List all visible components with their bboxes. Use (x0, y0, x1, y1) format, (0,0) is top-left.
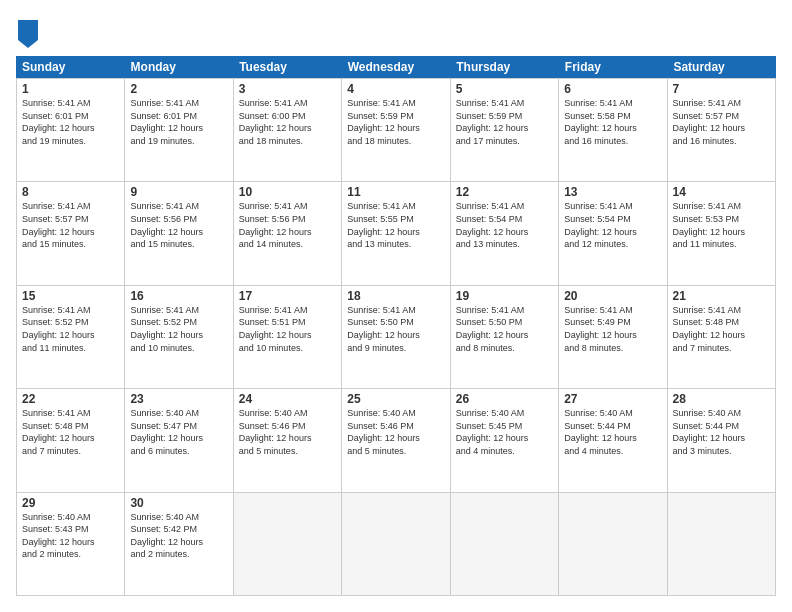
empty-cell (451, 493, 559, 595)
cell-info-line: and 12 minutes. (564, 238, 661, 251)
cell-info-line: and 10 minutes. (239, 342, 336, 355)
cell-info-line: Sunset: 5:53 PM (673, 213, 770, 226)
day-1: 1Sunrise: 5:41 AMSunset: 6:01 PMDaylight… (17, 79, 125, 181)
cell-info-line: and 19 minutes. (130, 135, 227, 148)
day-number: 14 (673, 185, 770, 199)
cell-info-line: and 11 minutes. (673, 238, 770, 251)
cell-info-line: Sunset: 5:57 PM (673, 110, 770, 123)
cell-info-line: Sunset: 5:57 PM (22, 213, 119, 226)
cell-info-line: Sunrise: 5:41 AM (130, 304, 227, 317)
cell-info-line: Sunrise: 5:41 AM (564, 97, 661, 110)
header-day-friday: Friday (559, 56, 668, 78)
day-number: 11 (347, 185, 444, 199)
cell-info-line: Sunrise: 5:41 AM (22, 97, 119, 110)
day-17: 17Sunrise: 5:41 AMSunset: 5:51 PMDayligh… (234, 286, 342, 388)
cell-info-line: Sunrise: 5:40 AM (130, 407, 227, 420)
day-22: 22Sunrise: 5:41 AMSunset: 5:48 PMDayligh… (17, 389, 125, 491)
cell-info-line: Sunrise: 5:41 AM (22, 304, 119, 317)
cell-info-line: Daylight: 12 hours (130, 226, 227, 239)
cell-info-line: Sunrise: 5:41 AM (130, 200, 227, 213)
day-10: 10Sunrise: 5:41 AMSunset: 5:56 PMDayligh… (234, 182, 342, 284)
day-16: 16Sunrise: 5:41 AMSunset: 5:52 PMDayligh… (125, 286, 233, 388)
day-number: 9 (130, 185, 227, 199)
day-number: 26 (456, 392, 553, 406)
cell-info-line: Daylight: 12 hours (673, 432, 770, 445)
cell-info-line: Sunset: 5:54 PM (456, 213, 553, 226)
cell-info-line: and 11 minutes. (22, 342, 119, 355)
calendar-header: SundayMondayTuesdayWednesdayThursdayFrid… (16, 56, 776, 78)
cell-info-line: and 18 minutes. (239, 135, 336, 148)
cell-info-line: Daylight: 12 hours (22, 432, 119, 445)
cell-info-line: Daylight: 12 hours (22, 536, 119, 549)
day-number: 7 (673, 82, 770, 96)
calendar-week-4: 22Sunrise: 5:41 AMSunset: 5:48 PMDayligh… (16, 388, 776, 491)
header-day-tuesday: Tuesday (233, 56, 342, 78)
day-number: 18 (347, 289, 444, 303)
cell-info-line: Daylight: 12 hours (22, 226, 119, 239)
cell-info-line: Daylight: 12 hours (564, 122, 661, 135)
cell-info-line: Sunrise: 5:41 AM (673, 97, 770, 110)
cell-info-line: Daylight: 12 hours (239, 122, 336, 135)
day-number: 4 (347, 82, 444, 96)
day-15: 15Sunrise: 5:41 AMSunset: 5:52 PMDayligh… (17, 286, 125, 388)
cell-info-line: and 13 minutes. (456, 238, 553, 251)
cell-info-line: Sunrise: 5:41 AM (239, 200, 336, 213)
cell-info-line: Daylight: 12 hours (22, 122, 119, 135)
day-number: 19 (456, 289, 553, 303)
day-number: 17 (239, 289, 336, 303)
day-5: 5Sunrise: 5:41 AMSunset: 5:59 PMDaylight… (451, 79, 559, 181)
cell-info-line: and 16 minutes. (673, 135, 770, 148)
cell-info-line: Sunset: 5:56 PM (239, 213, 336, 226)
cell-info-line: and 16 minutes. (564, 135, 661, 148)
cell-info-line: Sunrise: 5:41 AM (673, 200, 770, 213)
day-21: 21Sunrise: 5:41 AMSunset: 5:48 PMDayligh… (668, 286, 776, 388)
empty-cell (559, 493, 667, 595)
day-11: 11Sunrise: 5:41 AMSunset: 5:55 PMDayligh… (342, 182, 450, 284)
cell-info-line: and 8 minutes. (564, 342, 661, 355)
cell-info-line: Sunrise: 5:41 AM (564, 200, 661, 213)
cell-info-line: Sunrise: 5:41 AM (456, 200, 553, 213)
day-number: 23 (130, 392, 227, 406)
cell-info-line: Sunset: 5:45 PM (456, 420, 553, 433)
cell-info-line: Daylight: 12 hours (673, 226, 770, 239)
cell-info-line: and 7 minutes. (22, 445, 119, 458)
cell-info-line: Sunrise: 5:41 AM (564, 304, 661, 317)
cell-info-line: Sunset: 5:44 PM (564, 420, 661, 433)
cell-info-line: Daylight: 12 hours (673, 329, 770, 342)
cell-info-line: Sunrise: 5:40 AM (239, 407, 336, 420)
cell-info-line: Daylight: 12 hours (239, 226, 336, 239)
day-26: 26Sunrise: 5:40 AMSunset: 5:45 PMDayligh… (451, 389, 559, 491)
cell-info-line: and 13 minutes. (347, 238, 444, 251)
cell-info-line: Daylight: 12 hours (564, 226, 661, 239)
cell-info-line: Sunset: 5:59 PM (347, 110, 444, 123)
cell-info-line: Sunset: 5:44 PM (673, 420, 770, 433)
day-number: 22 (22, 392, 119, 406)
cell-info-line: and 6 minutes. (130, 445, 227, 458)
calendar-page: SundayMondayTuesdayWednesdayThursdayFrid… (0, 0, 792, 612)
empty-cell (234, 493, 342, 595)
calendar-week-3: 15Sunrise: 5:41 AMSunset: 5:52 PMDayligh… (16, 285, 776, 388)
day-27: 27Sunrise: 5:40 AMSunset: 5:44 PMDayligh… (559, 389, 667, 491)
day-number: 10 (239, 185, 336, 199)
cell-info-line: and 2 minutes. (130, 548, 227, 561)
day-25: 25Sunrise: 5:40 AMSunset: 5:46 PMDayligh… (342, 389, 450, 491)
day-number: 5 (456, 82, 553, 96)
header-day-wednesday: Wednesday (342, 56, 451, 78)
day-number: 3 (239, 82, 336, 96)
cell-info-line: and 5 minutes. (239, 445, 336, 458)
cell-info-line: and 9 minutes. (347, 342, 444, 355)
cell-info-line: Sunset: 5:46 PM (347, 420, 444, 433)
cell-info-line: Sunset: 5:50 PM (347, 316, 444, 329)
cell-info-line: Sunrise: 5:40 AM (456, 407, 553, 420)
day-4: 4Sunrise: 5:41 AMSunset: 5:59 PMDaylight… (342, 79, 450, 181)
day-number: 16 (130, 289, 227, 303)
day-number: 25 (347, 392, 444, 406)
cell-info-line: Sunset: 5:58 PM (564, 110, 661, 123)
cell-info-line: and 14 minutes. (239, 238, 336, 251)
cell-info-line: Sunset: 6:00 PM (239, 110, 336, 123)
cell-info-line: Daylight: 12 hours (130, 329, 227, 342)
cell-info-line: and 8 minutes. (456, 342, 553, 355)
calendar-body: 1Sunrise: 5:41 AMSunset: 6:01 PMDaylight… (16, 78, 776, 596)
day-13: 13Sunrise: 5:41 AMSunset: 5:54 PMDayligh… (559, 182, 667, 284)
day-number: 15 (22, 289, 119, 303)
